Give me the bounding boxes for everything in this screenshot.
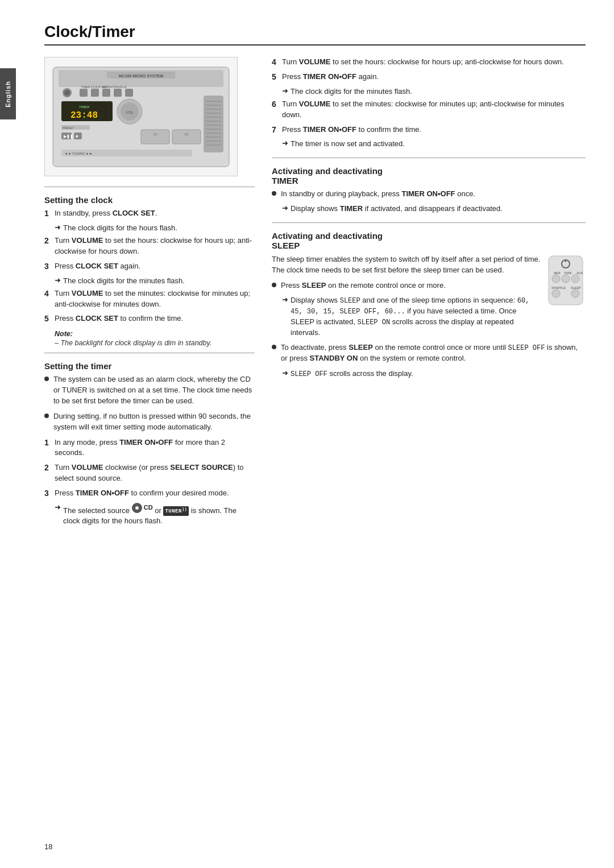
svg-text:◄◄ TUNING ►►: ◄◄ TUNING ►►	[64, 152, 93, 155]
step-content: Turn VOLUME to set the hours: clockwise …	[282, 57, 586, 68]
svg-text:REPEAT: REPEAT	[102, 85, 114, 89]
bullet-dot	[44, 377, 49, 381]
page-title: Clock/Timer	[44, 23, 586, 41]
step-content: Press TIMER ON•OFF to confirm the time.	[282, 125, 586, 135]
arrow-symbol: ➜	[55, 503, 61, 511]
svg-text:TAPE: TAPE	[564, 271, 572, 275]
clock-section-rule	[44, 187, 255, 187]
arrow-text: The clock digits for the minutes flash.	[63, 276, 185, 286]
step-number: 2	[44, 463, 55, 472]
svg-point-54	[571, 275, 579, 283]
step-number: 5	[44, 314, 55, 323]
step-number: 7	[272, 125, 282, 134]
bullet-content: In standby or during playback, press TIM…	[281, 189, 586, 200]
step-number: 3	[44, 262, 55, 271]
svg-rect-10	[102, 89, 110, 97]
clock-step-3: 3 Press CLOCK SET again.	[44, 261, 255, 272]
left-column: MC160 MICRO SYSTEM TIMER CLOCK SET REPEA…	[44, 57, 255, 528]
timer-step-2: 2 Turn VOLUME clockwise (or press SELECT…	[44, 462, 255, 484]
sidebar-label: English	[5, 81, 11, 108]
svg-text:▶❚❚: ▶❚❚	[64, 134, 73, 139]
note-block: Note: – The backlight for clock display …	[55, 330, 255, 347]
arrow-symbol: ➜	[282, 204, 288, 212]
right-timer-step-6: 6 Turn VOLUME to set the minutes: clockw…	[272, 99, 586, 121]
step-content: In any mode, press TIMER ON•OFF for more…	[55, 437, 255, 459]
content-area: Clock/Timer MC160 MICRO SYSTEM	[22, 0, 614, 868]
right-timer-step-5: 5 Press TIMER ON•OFF again.	[272, 72, 586, 82]
step-number: 4	[272, 57, 282, 67]
clock-step-5: 5 Press CLOCK SET to confirm the time.	[44, 313, 255, 324]
act-timer-heading: Activating and deactivating TIMER	[272, 166, 586, 185]
arrow-text: Display shows SLEEP and one of the sleep…	[291, 295, 541, 338]
step-number: 6	[272, 100, 282, 109]
timer-bullet-1: The system can be used as an alarm clock…	[44, 374, 255, 407]
svg-rect-14	[125, 89, 133, 97]
svg-text:SHUFFLE: SHUFFLE	[551, 286, 566, 290]
svg-rect-31	[204, 96, 223, 152]
remote-control-image: NER TAPE AUX SHUFFLE SLEEP	[546, 255, 586, 308]
arrow-text: Display shows TIMER if activated, and di…	[291, 204, 503, 214]
arrow-symbol: ➜	[282, 139, 288, 147]
step-number: 3	[44, 489, 55, 498]
step-content: Turn VOLUME to set the hours: clockwise …	[55, 235, 255, 257]
timer-step-3-arrow: ➜ The selected source CD or TUNER)) is s…	[55, 503, 255, 526]
bullet-content: During setting, if no button is pressed …	[53, 411, 255, 433]
setting-clock-heading: Setting the clock	[44, 195, 255, 205]
cd-icon-container: CD	[132, 503, 153, 513]
svg-text:NER: NER	[554, 271, 561, 275]
setting-timer-heading: Setting the timer	[44, 361, 255, 371]
step-content: Turn VOLUME clockwise (or press SELECT S…	[55, 462, 255, 484]
arrow-text: The clock digits for the hours flash.	[63, 223, 177, 233]
sleep-bullet-2-arrow: ➜ SLEEP OFF scrolls across the display.	[282, 369, 586, 379]
svg-rect-29	[172, 130, 201, 144]
sleep-bullet-1-arrow: ➜ Display shows SLEEP and one of the sle…	[282, 295, 541, 338]
arrow-text: The selected source CD or TUNER)) is sho…	[63, 503, 255, 526]
svg-rect-7	[91, 89, 99, 97]
clock-step-3-arrow: ➜ The clock digits for the minutes flash…	[55, 276, 255, 286]
page-number: 18	[44, 842, 52, 851]
sleep-bullet-2: To deactivate, press SLEEP on the remote…	[272, 342, 586, 364]
bullet-content: Press SLEEP on the remote control once o…	[281, 280, 541, 291]
arrow-symbol: ➜	[282, 295, 288, 304]
device-image: MC160 MICRO SYSTEM TIMER CLOCK SET REPEA…	[44, 57, 238, 176]
tuner-badge: TUNER))	[163, 506, 189, 516]
svg-text:TIMER: TIMER	[79, 105, 90, 109]
clock-step-4: 4 Turn VOLUME to set the minutes: clockw…	[44, 288, 255, 310]
bullet-dot	[44, 414, 49, 418]
sleep-bullet-1: Press SLEEP on the remote control once o…	[272, 280, 541, 291]
svg-point-57	[552, 290, 560, 297]
clock-step-1: 1 In standby, press CLOCK SET.	[44, 208, 255, 219]
right-step-7-arrow: ➜ The timer is now set and activated.	[282, 139, 586, 149]
svg-text:VOL: VOL	[126, 110, 134, 114]
act-sleep-rule	[272, 222, 586, 223]
clock-step-1-arrow: ➜ The clock digits for the hours flash.	[55, 223, 255, 233]
note-label: Note:	[55, 330, 255, 338]
sidebar-tab: English	[0, 68, 16, 119]
act-timer-arrow: ➜ Display shows TIMER if activated, and …	[282, 204, 586, 214]
note-text: – The backlight for clock display is dim…	[55, 339, 255, 347]
arrow-text: The clock digits for the minutes flash.	[291, 86, 412, 97]
two-column-layout: MC160 MICRO SYSTEM TIMER CLOCK SET REPEA…	[44, 57, 586, 528]
svg-point-52	[552, 275, 560, 283]
arrow-symbol: ➜	[282, 86, 288, 95]
svg-text:PRESET: PRESET	[63, 126, 74, 130]
step-number: 4	[44, 289, 55, 298]
svg-text:TIMER: TIMER	[81, 85, 90, 89]
arrow-symbol: ➜	[55, 223, 61, 232]
svg-point-58	[571, 290, 579, 297]
svg-rect-11	[114, 89, 122, 97]
title-rule	[44, 44, 586, 46]
step-content: Press TIMER ON•OFF to confirm your desir…	[55, 488, 255, 499]
step-content: Press TIMER ON•OFF again.	[282, 72, 586, 82]
right-timer-step-7: 7 Press TIMER ON•OFF to confirm the time…	[272, 125, 586, 135]
timer-step-3: 3 Press TIMER ON•OFF to confirm your des…	[44, 488, 255, 499]
step-number: 2	[44, 236, 55, 245]
bullet-dot	[272, 283, 276, 287]
svg-text:SLEEP: SLEEP	[571, 286, 581, 290]
step-content: Press CLOCK SET again.	[55, 261, 255, 272]
step-number: 1	[44, 438, 55, 447]
timer-section-rule	[44, 353, 255, 353]
sleep-section-body: NER TAPE AUX SHUFFLE SLEEP	[272, 254, 586, 382]
step-number: 1	[44, 209, 55, 218]
act-timer-rule	[272, 158, 586, 158]
